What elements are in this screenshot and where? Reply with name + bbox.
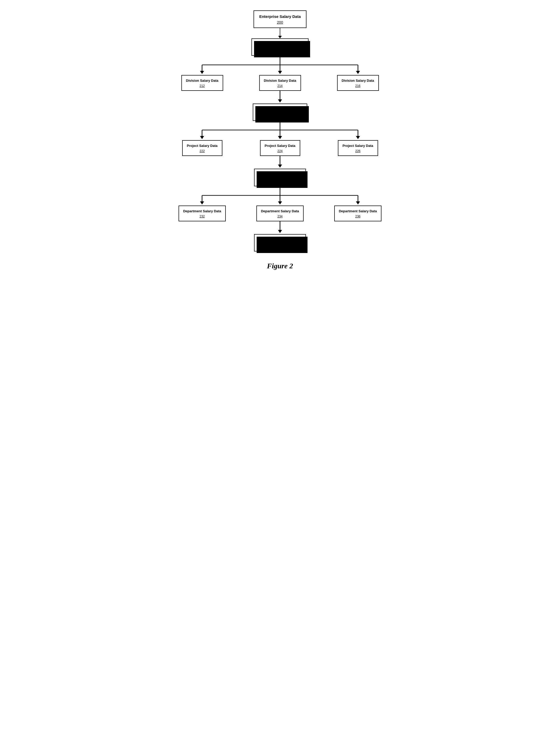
proj-226-label: Project Salary Data (342, 144, 373, 148)
proj-mgr-id: 230 (260, 179, 300, 183)
dept-234-id: 234 (261, 215, 299, 218)
node-dept-234: Department Salary Data 234 (256, 206, 304, 221)
branch-svg-div-proj (163, 121, 397, 139)
dept-salary-row: Department Salary Data 232 Department Sa… (163, 206, 397, 221)
div-216-label: Division Salary Data (342, 79, 374, 82)
node-proj-mgr: Project Manager 230 (254, 169, 306, 186)
div-214-id: 214 (264, 84, 296, 88)
col-proj-224: Project Salary Data 224 (241, 140, 319, 156)
arrow-proj-mgr (163, 156, 397, 169)
node-dept-236: Department Salary Data 236 (334, 206, 382, 221)
proj-salary-row: Project Salary Data 222 Project Salary D… (163, 140, 397, 156)
dept-236-label: Department Salary Data (339, 209, 377, 213)
exec-mgmt-id: 210 (257, 48, 303, 52)
arrow-dept-mgr (163, 221, 397, 234)
node-exec-mgmt: Executive Management 210 (252, 38, 308, 56)
dept-mgr-id: 240 (260, 244, 300, 248)
div-mgmt-label: Division Management (260, 107, 300, 112)
node-div-mgmt: Division Management 220 (253, 104, 307, 121)
svg-marker-23 (200, 201, 204, 204)
proj-222-label: Project Salary Data (187, 144, 218, 148)
node-div-212: Division Salary Data 212 (181, 75, 223, 91)
svg-marker-7 (356, 71, 360, 74)
branch-exec-div (163, 56, 397, 75)
div-mgmt-id: 220 (258, 113, 302, 117)
node-proj-222: Project Salary Data 222 (182, 140, 222, 156)
svg-marker-27 (356, 201, 360, 204)
arrow-svg-proj-mgr (163, 156, 397, 168)
svg-marker-19 (278, 164, 282, 168)
col-dept-236: Department Salary Data 236 (319, 206, 397, 221)
col-proj-226: Project Salary Data 226 (319, 140, 397, 156)
svg-marker-5 (278, 71, 282, 74)
node-div-216: Division Salary Data 216 (337, 75, 379, 91)
div-212-id: 212 (186, 84, 219, 88)
svg-marker-13 (200, 136, 204, 139)
col-div-216: Division Salary Data 216 (319, 75, 397, 91)
exec-mgmt-label: Executive Management (258, 42, 302, 47)
arrow-1 (278, 28, 282, 38)
figure-caption: Figure 2 (267, 262, 293, 270)
org-chart: Enterprise Salary Data 200 Executive Man… (163, 10, 397, 270)
arrow-svg-div-mgmt (163, 91, 397, 103)
div-216-id: 216 (342, 84, 374, 88)
dept-232-id: 232 (183, 215, 221, 218)
enterprise-label: Enterprise Salary Data (259, 14, 301, 19)
proj-224-id: 224 (265, 149, 296, 153)
dept-mgr-label: Department Manager (261, 238, 299, 243)
proj-mgr-label: Project Manager (265, 173, 295, 177)
proj-226-id: 226 (342, 149, 373, 153)
dept-232-label: Department Salary Data (183, 209, 221, 213)
svg-marker-25 (278, 201, 282, 204)
svg-marker-15 (278, 136, 282, 139)
col-dept-234: Department Salary Data 234 (241, 206, 319, 221)
col-div-212: Division Salary Data 212 (163, 75, 241, 91)
node-dept-mgr: Department Manager 240 (254, 234, 306, 252)
arrow-div-mgmt (163, 91, 397, 104)
node-enterprise: Enterprise Salary Data 200 (254, 10, 306, 28)
node-div-214: Division Salary Data 214 (259, 75, 301, 91)
proj-224-label: Project Salary Data (265, 144, 296, 148)
svg-marker-3 (200, 71, 204, 74)
enterprise-id: 200 (259, 20, 301, 25)
branch-div-proj (163, 121, 397, 140)
div-214-label: Division Salary Data (264, 79, 296, 82)
proj-222-id: 222 (187, 149, 218, 153)
div-salary-row: Division Salary Data 212 Division Salary… (163, 75, 397, 91)
svg-marker-9 (278, 99, 282, 103)
dept-236-id: 236 (339, 215, 377, 218)
div-212-label: Division Salary Data (186, 79, 219, 82)
dept-234-label: Department Salary Data (261, 209, 299, 213)
svg-marker-29 (278, 230, 282, 233)
arrow-svg-dept-mgr (163, 221, 397, 233)
branch-svg-proj-dept (163, 186, 397, 204)
node-proj-226: Project Salary Data 226 (338, 140, 378, 156)
col-div-214: Division Salary Data 214 (241, 75, 319, 91)
node-proj-224: Project Salary Data 224 (260, 140, 300, 156)
branch-proj-dept (163, 186, 397, 206)
col-proj-222: Project Salary Data 222 (163, 140, 241, 156)
col-dept-232: Department Salary Data 232 (163, 206, 241, 221)
node-dept-232: Department Salary Data 232 (179, 206, 226, 221)
svg-marker-17 (356, 136, 360, 139)
branch-svg-exec (163, 56, 397, 74)
